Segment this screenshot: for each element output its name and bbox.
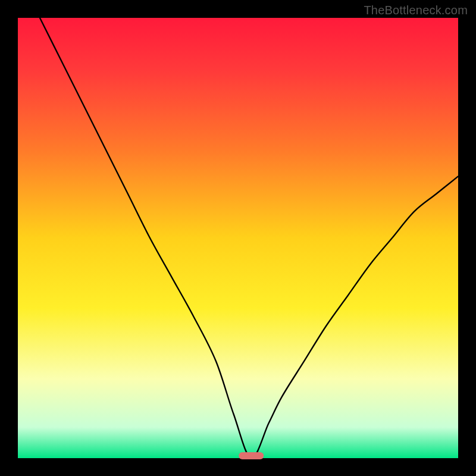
optimal-marker xyxy=(239,452,264,459)
bottleneck-chart xyxy=(0,0,476,476)
chart-container: TheBottleneck.com xyxy=(0,0,476,476)
watermark-text: TheBottleneck.com xyxy=(364,4,468,17)
